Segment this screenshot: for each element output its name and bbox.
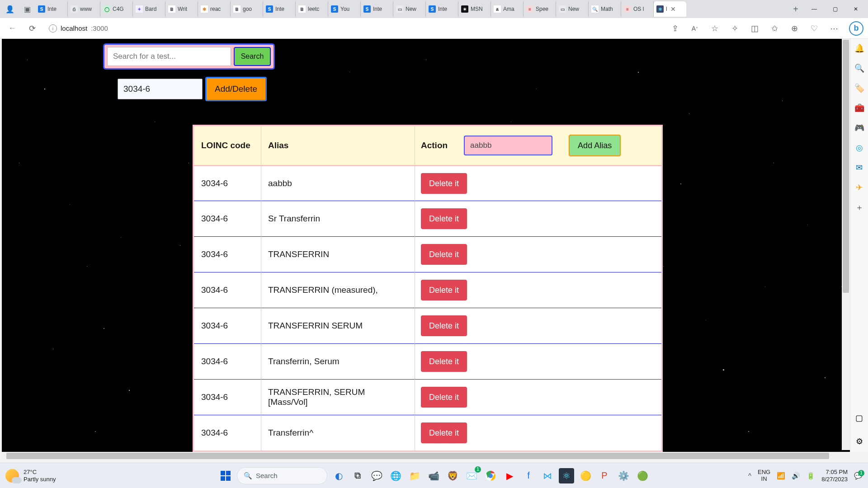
page-viewport[interactable]: Search Add/Delete LOINC code Alias Actio…: [2, 39, 850, 452]
cell-action: Delete it: [414, 208, 661, 229]
bell-icon[interactable]: 🔔: [854, 43, 864, 53]
youtube-icon[interactable]: ▶: [502, 468, 517, 483]
new-tab-button[interactable]: +: [788, 1, 804, 17]
delete-button[interactable]: Delete it: [421, 387, 467, 408]
games-icon[interactable]: 🎮: [854, 123, 864, 133]
google-meet-icon[interactable]: 📹: [426, 468, 441, 483]
weather-widget[interactable]: 27°C Partly sunny: [5, 469, 56, 483]
minimize-button[interactable]: —: [804, 1, 825, 17]
settings-gear-icon[interactable]: ⚙: [854, 436, 864, 446]
browser-tab[interactable]: SInte: [426, 1, 458, 17]
vertical-scrollbar[interactable]: [842, 39, 850, 450]
settings-icon[interactable]: ⚙️: [616, 468, 631, 483]
site-info-icon[interactable]: i: [49, 24, 57, 33]
browser-tab[interactable]: ✶MSN: [458, 1, 491, 17]
browser-tab[interactable]: 🗎Writ: [165, 1, 198, 17]
add-delete-button[interactable]: Add/Delete: [205, 77, 267, 101]
toolbox-icon[interactable]: 🧰: [854, 103, 864, 113]
vscode-icon[interactable]: ⋈: [540, 468, 555, 483]
delete-button[interactable]: Delete it: [421, 315, 467, 336]
more-menu-icon[interactable]: ⋯: [826, 21, 842, 36]
refresh-button[interactable]: ⟳: [24, 21, 40, 36]
bing-chat-icon[interactable]: b: [849, 21, 863, 36]
add-alias-button[interactable]: Add Alias: [569, 135, 621, 156]
delete-button[interactable]: Delete it: [421, 351, 467, 372]
extensions-icon[interactable]: ✧: [727, 21, 742, 36]
share-icon[interactable]: ⇪: [667, 21, 683, 36]
browser-tab[interactable]: ≡OS l: [621, 1, 654, 17]
url-box[interactable]: i localhost:3000: [44, 21, 663, 36]
browser-tab[interactable]: SInte: [35, 1, 68, 17]
alias-input[interactable]: [464, 136, 552, 155]
search-input[interactable]: [107, 47, 231, 66]
browser-tab[interactable]: ✱reac: [198, 1, 231, 17]
send-icon[interactable]: ✈: [854, 183, 864, 192]
search-button[interactable]: Search: [234, 47, 271, 66]
browser-tab[interactable]: SYou: [328, 1, 361, 17]
browser-tab[interactable]: ✦Bard: [133, 1, 165, 17]
horizontal-scrollbar[interactable]: [2, 452, 850, 460]
wifi-icon[interactable]: 📶: [777, 472, 785, 480]
shopping-tag-icon[interactable]: 🏷️: [854, 83, 864, 93]
volume-icon[interactable]: 🔊: [792, 472, 800, 480]
browser-tab[interactable]: ▭New: [393, 1, 426, 17]
search-icon[interactable]: 🔍: [854, 63, 864, 73]
brave-icon[interactable]: 🦁: [445, 468, 460, 483]
table-row: 3034-6Sr TransferrinDelete it: [194, 201, 661, 236]
browser-tab[interactable]: SInte: [263, 1, 296, 17]
back-button[interactable]: ←: [5, 21, 20, 36]
add-sidebar-icon[interactable]: ＋: [854, 202, 864, 212]
text-size-icon[interactable]: A⁺: [687, 21, 703, 36]
favorite-star-icon[interactable]: ☆: [707, 21, 722, 36]
col-header-alias: Alias: [261, 141, 414, 150]
chat-icon[interactable]: 💬: [369, 468, 384, 483]
battery-icon[interactable]: 🔋: [807, 472, 815, 480]
browser-tab[interactable]: 🔍Math: [589, 1, 621, 17]
copilot-icon[interactable]: ◐: [331, 468, 346, 483]
close-tab-icon[interactable]: ✕: [670, 5, 676, 13]
language-indicator[interactable]: ENG IN: [758, 469, 770, 482]
mail-icon[interactable]: ✉️: [464, 468, 479, 483]
browser-tab[interactable]: ◯C4G: [100, 1, 133, 17]
browser-tab[interactable]: SInte: [361, 1, 393, 17]
facebook-icon[interactable]: f: [521, 468, 536, 483]
browser-tab[interactable]: ⚛l✕: [654, 1, 686, 17]
delete-button[interactable]: Delete it: [421, 244, 467, 265]
file-explorer-icon[interactable]: 📁: [407, 468, 422, 483]
browser-tab[interactable]: ≡Spee: [524, 1, 556, 17]
tray-chevron-icon[interactable]: ^: [748, 472, 751, 479]
start-button[interactable]: [218, 468, 233, 483]
browser-tab[interactable]: 🗎goo: [231, 1, 263, 17]
powerpoint-icon[interactable]: P: [597, 468, 612, 483]
chrome-canary-icon[interactable]: 🟡: [578, 468, 593, 483]
outlook-icon[interactable]: ✉: [854, 163, 864, 173]
browser-tab[interactable]: aAma: [491, 1, 524, 17]
collections-icon[interactable]: ⊕: [787, 21, 802, 36]
browser-essentials-icon[interactable]: ♡: [807, 21, 822, 36]
maximize-button[interactable]: ▢: [825, 1, 845, 17]
loinc-code-input[interactable]: [118, 79, 203, 99]
close-window-button[interactable]: ✕: [845, 1, 866, 17]
edge-icon[interactable]: ◎: [854, 143, 864, 153]
react-dev-icon[interactable]: ⚛: [559, 468, 574, 483]
browser-tab[interactable]: ⎙www: [68, 1, 100, 17]
tab-actions-icon[interactable]: ▣: [19, 1, 35, 17]
delete-button[interactable]: Delete it: [421, 280, 467, 300]
clock[interactable]: 7:05 PM 8/27/2023: [821, 469, 848, 483]
favorites-list-icon[interactable]: ✩: [767, 21, 782, 36]
delete-button[interactable]: Delete it: [421, 422, 467, 443]
notifications-icon[interactable]: 💬: [854, 472, 863, 480]
delete-button[interactable]: Delete it: [421, 173, 467, 194]
profile-icon[interactable]: 👤: [2, 1, 18, 17]
edge-browser-icon[interactable]: 🌐: [388, 468, 403, 483]
browser-tab[interactable]: ▭New: [556, 1, 589, 17]
cell-alias: TRANSFERRIN: [261, 249, 414, 259]
hide-sidebar-icon[interactable]: ▢: [854, 413, 864, 423]
delete-button[interactable]: Delete it: [421, 208, 467, 229]
browser-tab[interactable]: 🗎leetc: [296, 1, 328, 17]
task-view-icon[interactable]: ⧉: [350, 468, 365, 483]
app-green-icon[interactable]: 🟢: [635, 468, 650, 483]
taskbar-search[interactable]: 🔍 Search: [237, 467, 327, 484]
chrome-icon[interactable]: [483, 468, 498, 483]
split-screen-icon[interactable]: ◫: [747, 21, 762, 36]
